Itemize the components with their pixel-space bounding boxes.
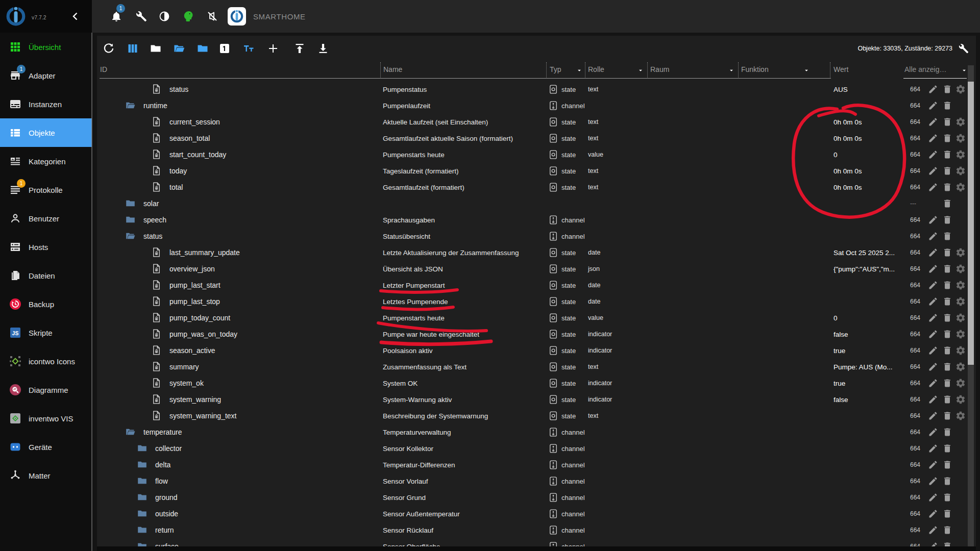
col-wert[interactable]: Wert [834, 65, 848, 73]
sidebar-item-instanzen[interactable]: Instanzen [0, 90, 92, 118]
table-row[interactable]: solar--- [97, 195, 976, 212]
sidebar-item-diagramme[interactable]: Diagramme [0, 375, 92, 404]
table-row[interactable]: summaryZusammenfassung als Textstatetext… [97, 359, 976, 375]
chevron-down-icon[interactable] [637, 67, 644, 74]
object-settings-icon[interactable] [955, 149, 966, 160]
object-settings-icon[interactable] [955, 329, 966, 339]
edit-object-icon[interactable] [928, 264, 938, 274]
delete-object-icon[interactable] [942, 166, 952, 176]
delete-object-icon[interactable] [942, 182, 952, 192]
table-row[interactable]: system_okSystem OKstateindicatortrue664 [97, 375, 976, 391]
object-settings-icon[interactable] [955, 182, 966, 192]
sidebar-item-geraete[interactable]: Geräte [0, 433, 92, 461]
folder-closed-white-icon[interactable] [150, 42, 162, 55]
chevron-down-icon[interactable] [576, 67, 583, 74]
table-row[interactable]: season_activePoolsaison aktivstateindica… [97, 342, 976, 359]
delete-object-icon[interactable] [942, 280, 952, 290]
delete-object-icon[interactable] [942, 443, 952, 454]
object-settings-icon[interactable] [955, 378, 966, 388]
table-row[interactable]: totalGesamtlaufzeit (formatiert)statetex… [97, 179, 976, 195]
table-row[interactable]: system_warningSystem-Warnung aktivstatei… [97, 391, 976, 408]
delete-object-icon[interactable] [942, 525, 952, 535]
table-row[interactable]: season_totalGesamtlaufzeit aktuelle Sais… [97, 130, 976, 146]
sidebar-item-hosts[interactable]: Hosts [0, 233, 92, 261]
edit-object-icon[interactable] [928, 166, 938, 176]
delete-object-icon[interactable] [942, 215, 952, 225]
table-row[interactable]: system_warning_textBeschreibung der Syst… [97, 408, 976, 424]
table-row[interactable]: returnSensor Rücklaufchannel664 [97, 522, 976, 538]
col-typ[interactable]: Typ [550, 65, 561, 73]
object-settings-icon[interactable] [955, 296, 966, 307]
edit-object-icon[interactable] [928, 329, 938, 339]
vertical-scrollbar[interactable] [968, 65, 974, 549]
delete-object-icon[interactable] [942, 492, 952, 503]
expand-up-icon[interactable] [293, 42, 306, 55]
chevron-down-icon[interactable] [803, 67, 810, 74]
sidebar-item-icontwo[interactable]: icontwo Icons [0, 347, 92, 375]
delete-object-icon[interactable] [942, 264, 952, 274]
add-icon[interactable] [267, 42, 279, 55]
sidebar-item-protokolle[interactable]: 1Protokolle [0, 176, 92, 204]
chevron-down-icon[interactable] [961, 67, 968, 74]
table-row[interactable]: overview_jsonÜbersicht als JSONstatejson… [97, 261, 976, 277]
object-settings-icon[interactable] [955, 313, 966, 323]
sidebar-item-dateien[interactable]: Dateien [0, 261, 92, 290]
delete-object-icon[interactable] [942, 362, 952, 372]
scrollbar-thumb[interactable] [968, 82, 974, 365]
table-row[interactable]: runtimePumpenlaufzeitchannel664 [97, 97, 976, 114]
col-raum[interactable]: Raum [650, 65, 669, 73]
edit-object-icon[interactable] [928, 492, 938, 503]
delete-object-icon[interactable] [942, 476, 952, 486]
sidebar-item-benutzer[interactable]: Benutzer [0, 204, 92, 233]
object-settings-icon[interactable] [955, 247, 966, 258]
edit-object-icon[interactable] [928, 411, 938, 421]
table-row[interactable]: deltaTemperatur-Differenzenchannel664 [97, 457, 976, 473]
edit-object-icon[interactable] [928, 280, 938, 290]
table-row[interactable]: current_sessionAktuelle Laufzeit (seit E… [97, 114, 976, 130]
object-settings-icon[interactable] [955, 362, 966, 372]
object-settings-icon[interactable] [955, 117, 966, 127]
delete-object-icon[interactable] [942, 133, 952, 143]
edit-object-icon[interactable] [928, 345, 938, 356]
voice-off-icon[interactable] [206, 10, 218, 22]
object-settings-icon[interactable] [955, 411, 966, 421]
download-icon[interactable] [317, 42, 329, 55]
delete-object-icon[interactable] [942, 296, 952, 307]
object-settings-icon[interactable] [955, 345, 966, 356]
edit-object-icon[interactable] [928, 117, 938, 127]
sidebar-item-backup[interactable]: Backup [0, 290, 92, 318]
table-row[interactable]: last_summary_updateLetzte Aktualisierung… [97, 244, 976, 261]
edit-object-icon[interactable] [928, 378, 938, 388]
edit-object-icon[interactable] [928, 394, 938, 405]
edit-object-icon[interactable] [928, 84, 938, 94]
table-row[interactable]: start_count_todayPumpenstarts heutestate… [97, 146, 976, 163]
sidebar-item-skripte[interactable]: JSSkripte [0, 318, 92, 347]
column-settings-icon[interactable] [958, 43, 969, 54]
delete-object-icon[interactable] [942, 378, 952, 388]
table-row[interactable]: pump_today_countPumpenstarts heutestatev… [97, 310, 976, 326]
sidebar-item-inventwo-vis[interactable]: inventwo VIS [0, 404, 92, 433]
table-row[interactable]: collectorSensor Kollektorchannel664 [97, 440, 976, 457]
delete-object-icon[interactable] [942, 198, 952, 209]
delete-object-icon[interactable] [942, 117, 952, 127]
table-row[interactable]: outsideSensor Außentemperaturchannel664 [97, 506, 976, 522]
sidebar-item-kategorien[interactable]: Kategorien [0, 147, 92, 176]
sidebar-item-adapter[interactable]: 1Adapter [0, 61, 92, 90]
col-id[interactable]: ID [100, 65, 107, 73]
delete-object-icon[interactable] [942, 427, 952, 437]
delete-object-icon[interactable] [942, 149, 952, 160]
col-name[interactable]: Name [383, 65, 402, 73]
edit-object-icon[interactable] [928, 133, 938, 143]
col-rolle[interactable]: Rolle [588, 65, 604, 73]
table-row[interactable]: pump_last_startLetzter Pumpenstartstated… [97, 277, 976, 293]
columns-icon[interactable] [127, 42, 139, 55]
sidebar-item-uebersicht[interactable]: Übersicht [0, 33, 92, 61]
edit-object-icon[interactable] [928, 182, 938, 192]
app-chip[interactable] [228, 7, 246, 26]
object-settings-icon[interactable] [955, 133, 966, 143]
refresh-icon[interactable] [103, 42, 115, 55]
table-row[interactable]: flowSensor Vorlaufchannel664 [97, 473, 976, 489]
delete-object-icon[interactable] [942, 460, 952, 470]
object-settings-icon[interactable] [955, 166, 966, 176]
table-row[interactable]: speechSprachausgabenchannel664 [97, 212, 976, 228]
